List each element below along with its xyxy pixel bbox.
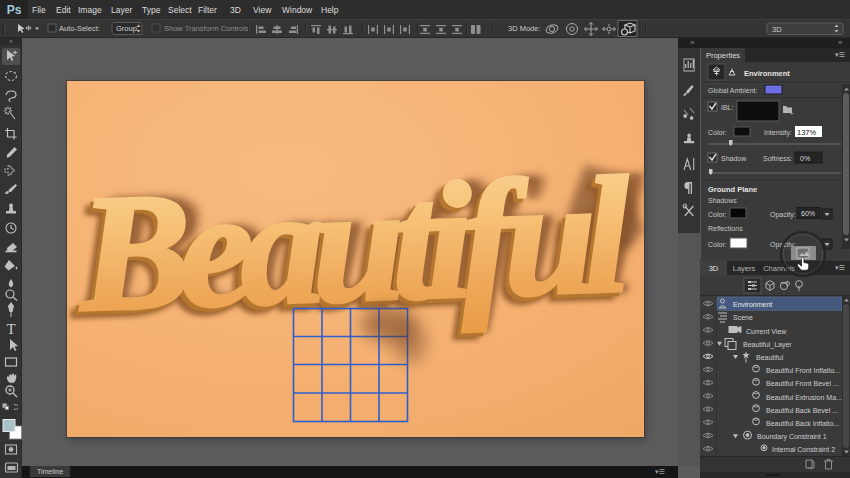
svg-text:T: T xyxy=(6,321,15,337)
svg-text:137%: 137% xyxy=(797,128,817,137)
svg-text:Scene: Scene xyxy=(733,314,753,321)
svg-text:Reflections: Reflections xyxy=(708,225,743,232)
svg-text:Color:: Color: xyxy=(708,129,727,136)
svg-text:Shadows: Shadows xyxy=(708,197,737,204)
svg-text:Environment: Environment xyxy=(744,69,790,78)
svg-text:Beautiful Back Bevel ...: Beautiful Back Bevel ... xyxy=(766,407,838,414)
svg-text:Ground Plane: Ground Plane xyxy=(708,185,757,194)
svg-text:Softness:: Softness: xyxy=(763,155,792,162)
svg-text:60%: 60% xyxy=(801,210,815,217)
svg-text:Auto-Select:: Auto-Select: xyxy=(59,24,100,33)
svg-text:Environment: Environment xyxy=(733,301,772,308)
svg-text:Global Ambient:: Global Ambient: xyxy=(708,87,757,94)
svg-text:Opacity:: Opacity: xyxy=(770,211,796,219)
svg-text:Color:: Color: xyxy=(708,241,727,248)
svg-text:+: + xyxy=(790,110,794,116)
svg-text:Color:: Color: xyxy=(708,211,727,218)
svg-text:Beautiful_Layer: Beautiful_Layer xyxy=(743,341,792,349)
svg-text:3D Mode:: 3D Mode: xyxy=(508,24,541,33)
svg-text:Beautiful: Beautiful xyxy=(75,142,633,345)
svg-text:Beautiful: Beautiful xyxy=(756,354,784,361)
svg-text:Boundary Constraint 1: Boundary Constraint 1 xyxy=(757,433,827,441)
svg-text:0%: 0% xyxy=(800,155,810,162)
svg-text:Beautiful Back Inflatio...: Beautiful Back Inflatio... xyxy=(766,420,839,427)
svg-text:Shadow: Shadow xyxy=(721,155,747,162)
svg-text:Current View: Current View xyxy=(746,328,787,335)
svg-text:Intensity:: Intensity: xyxy=(764,129,792,137)
svg-text:Beautiful Front Bevel ...: Beautiful Front Bevel ... xyxy=(766,380,839,387)
svg-text:Beautiful Extrusion Ma...: Beautiful Extrusion Ma... xyxy=(766,394,842,401)
svg-text:Internal Constraint 2: Internal Constraint 2 xyxy=(772,446,835,453)
svg-text:Group: Group xyxy=(116,24,137,33)
svg-text:IBL:: IBL: xyxy=(721,104,734,111)
svg-text:Beautiful Front Inflatio...: Beautiful Front Inflatio... xyxy=(766,367,840,374)
svg-text:3D: 3D xyxy=(772,25,782,34)
svg-text:Show Transform Controls: Show Transform Controls xyxy=(164,24,249,33)
